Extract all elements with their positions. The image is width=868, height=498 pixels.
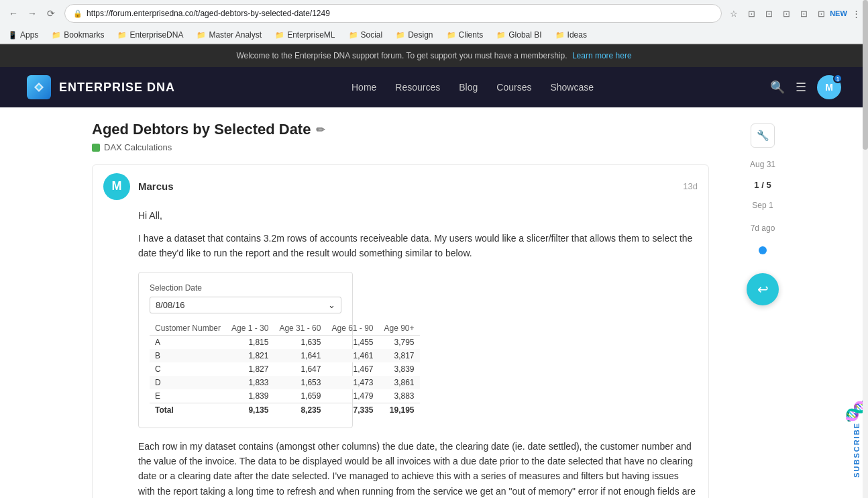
reload-button[interactable]: ⟳ — [43, 5, 59, 21]
nav-home[interactable]: Home — [351, 82, 376, 93]
ext2-icon[interactable]: ⊡ — [797, 7, 810, 20]
nav-buttons: ← → ⟳ — [5, 5, 59, 21]
bookmark-design[interactable]: 📁 Design — [393, 29, 435, 41]
notification-badge: 1 — [833, 74, 843, 83]
cell-0-1: 1,815 — [226, 335, 274, 349]
cell-2-4: 3,839 — [379, 362, 420, 376]
cell-2-3: 1,467 — [326, 362, 378, 376]
selected-date: 8/08/16 — [156, 300, 184, 310]
banner-link[interactable]: Learn more here — [572, 51, 632, 60]
url-bar[interactable]: 🔒 https://forum.enterprisedna.co/t/aged-… — [64, 4, 722, 23]
cell-1-2: 1,641 — [274, 349, 326, 362]
banner-text: Welcome to the Enterprise DNA support fo… — [236, 51, 567, 60]
bookmark-apps-label: Apps — [20, 30, 38, 40]
bookmark-clients[interactable]: 📁 Clients — [444, 29, 486, 41]
star-icon[interactable]: ☆ — [727, 7, 741, 20]
table-header-row: Customer Number Age 1 - 30 Age 31 - 60 A… — [150, 321, 420, 336]
post-avatar-letter: M — [112, 179, 122, 193]
ext4-icon[interactable]: NEW — [832, 7, 845, 20]
bookmark-enterprisedna[interactable]: 📁 EnterpriseDNA — [115, 29, 186, 41]
subscribe-label[interactable]: SUBSCRIBE — [853, 422, 861, 478]
post-meta: M Marcus 13d — [93, 165, 708, 200]
bookmark-bookmarks[interactable]: 📁 Bookmarks — [49, 29, 107, 41]
folder-icon: 📁 — [275, 31, 284, 40]
col-age2: Age 31 - 60 — [274, 321, 326, 336]
browser-toolbar: ← → ⟳ 🔒 https://forum.enterprisedna.co/t… — [0, 0, 868, 27]
cell-3-2: 1,653 — [274, 376, 326, 389]
folder-icon: 📁 — [555, 31, 565, 40]
post-title-text: Aged Debtors by Selected Date — [92, 121, 311, 138]
bookmark-social[interactable]: 📁 Social — [346, 29, 386, 41]
back-button[interactable]: ← — [5, 5, 21, 21]
cell-4-1: 1,839 — [226, 389, 274, 403]
col-age1: Age 1 - 30 — [226, 321, 274, 336]
selection-date-label: Selection Date — [150, 283, 341, 293]
folder-icon: 📁 — [496, 31, 506, 40]
cell-2-2: 1,647 — [274, 362, 326, 376]
cell-1-1: 1,821 — [226, 349, 274, 362]
cell-4-2: 1,659 — [274, 389, 326, 403]
post-header: Aged Debtors by Selected Date ✏ DAX Calc… — [92, 121, 709, 154]
reply-float-button[interactable]: ↩ — [747, 273, 779, 305]
cell-1-4: 3,817 — [379, 349, 420, 362]
bookmark-icon[interactable]: ⊡ — [745, 7, 758, 20]
sidebar-tools: 🔧 Aug 31 1 / 5 Sep 1 7d ago ↩ — [736, 121, 790, 311]
site-logo: ENTERPRISE DNA — [27, 75, 175, 99]
logo-icon — [27, 75, 51, 99]
cell-4-4: 3,883 — [379, 389, 420, 403]
ext1-icon[interactable]: ⊡ — [779, 7, 793, 20]
nav-showcase[interactable]: Showcase — [550, 82, 594, 93]
menu-icon[interactable]: ⋮ — [849, 7, 863, 20]
post-title: Aged Debtors by Selected Date ✏ — [92, 121, 709, 138]
date-dropdown[interactable]: 8/08/16 ⌄ — [150, 297, 341, 313]
cell-0-2: 1,635 — [274, 335, 326, 349]
tools-button[interactable]: 🔧 — [751, 123, 775, 148]
bookmark-masteranalyst[interactable]: 📁 Master Analyst — [194, 29, 264, 41]
folder-icon: 📁 — [197, 31, 206, 40]
forward-button[interactable]: → — [24, 5, 40, 21]
folder-icon: 📁 — [396, 31, 405, 40]
bookmark-enterpriseml-label: EnterpriseML — [287, 30, 335, 40]
scrollbar[interactable] — [863, 0, 868, 498]
ext3-icon[interactable]: ⊡ — [814, 7, 828, 20]
cell-0-3: 1,455 — [326, 335, 378, 349]
nav-courses[interactable]: Courses — [496, 82, 531, 93]
unread-indicator — [759, 246, 767, 254]
dropdown-chevron-icon: ⌄ — [328, 300, 335, 310]
col-customer: Customer Number — [150, 321, 226, 336]
post-body2: Each row in my dataset contains (amongst… — [138, 439, 698, 498]
bookmark-clients-label: Clients — [459, 30, 484, 40]
total-label: Total — [150, 403, 226, 417]
nav-resources[interactable]: Resources — [395, 82, 440, 93]
reply-float-icon: ↩ — [757, 281, 769, 297]
bookmark-apps[interactable]: 📱 Apps — [5, 29, 41, 41]
tab-icon[interactable]: ⊡ — [762, 7, 775, 20]
bookmark-globalbi[interactable]: 📁 Global BI — [494, 29, 544, 41]
bookmark-enterpriseml[interactable]: 📁 EnterpriseML — [272, 29, 337, 41]
wrench-icon: 🔧 — [757, 130, 769, 142]
cell-4-3: 1,479 — [326, 389, 378, 403]
col-age4: Age 90+ — [379, 321, 420, 336]
cell-3-3: 1,473 — [326, 376, 378, 389]
folder-icon: 📁 — [117, 31, 127, 40]
apps-icon: 📱 — [8, 31, 17, 40]
site-banner: Welcome to the Enterprise DNA support fo… — [0, 44, 868, 67]
hamburger-icon[interactable]: ☰ — [796, 80, 806, 95]
bookmark-ideas-label: Ideas — [567, 30, 587, 40]
table-row: D1,8331,6531,4733,861 — [150, 376, 420, 389]
url-text: https://forum.enterprisedna.co/t/aged-de… — [87, 9, 713, 18]
folder-icon: 📁 — [349, 31, 358, 40]
scrollbar-thumb — [863, 0, 868, 150]
avatar[interactable]: M 1 — [817, 75, 841, 99]
main-content: Aged Debtors by Selected Date ✏ DAX Calc… — [92, 121, 709, 498]
cell-2-1: 1,827 — [226, 362, 274, 376]
edit-icon[interactable]: ✏ — [316, 123, 325, 136]
post-author-name[interactable]: Marcus — [138, 181, 174, 192]
secure-icon: 🔒 — [73, 9, 83, 18]
sidebar-date-sep: Sep 1 — [752, 201, 773, 210]
nav-blog[interactable]: Blog — [459, 82, 478, 93]
data-mockup: Selection Date 8/08/16 ⌄ Customer Number… — [138, 272, 353, 428]
search-button[interactable]: 🔍 — [770, 80, 785, 95]
bookmark-ideas[interactable]: 📁 Ideas — [553, 29, 590, 41]
table-total-row: Total 9,135 8,235 7,335 19,195 — [150, 403, 420, 417]
